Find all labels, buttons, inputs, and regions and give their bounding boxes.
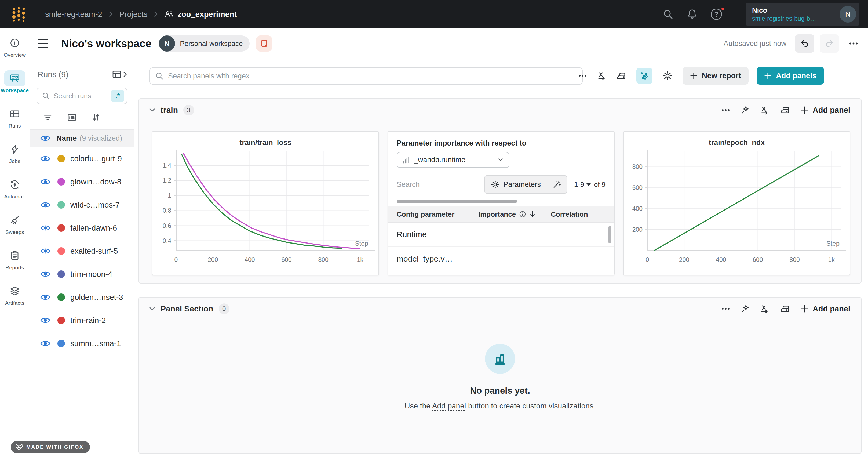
plus-icon (800, 305, 808, 313)
metric-select-dropdown[interactable]: _wandb.runtime (397, 152, 509, 168)
horizontal-scrollbar-thumb[interactable] (397, 200, 517, 203)
run-row[interactable]: exalted-surf-5 (30, 239, 134, 263)
chevron-down-icon[interactable] (149, 305, 156, 312)
pagination-range: 1-9 (574, 180, 584, 189)
svg-text:200: 200 (632, 226, 643, 233)
panel-parameter-importance[interactable]: Parameter importance with respect to _wa… (388, 131, 615, 276)
add-panel-button[interactable]: Add panel (800, 304, 850, 313)
visibility-eye-icon[interactable] (40, 178, 51, 185)
visibility-eye-icon[interactable] (40, 155, 51, 163)
undo-button[interactable] (795, 34, 814, 53)
smoothing-iron-icon[interactable] (780, 106, 789, 115)
run-row[interactable]: golden…nset-3 (30, 286, 134, 309)
search-icon[interactable] (662, 8, 674, 20)
group-list-icon[interactable] (67, 113, 77, 122)
section-title[interactable]: train (160, 106, 178, 115)
smoothing-iron-icon[interactable] (617, 71, 626, 80)
magic-wand-button[interactable] (547, 176, 566, 193)
col-config-parameter[interactable]: Config parameter (397, 210, 478, 219)
x-axis-settings-icon[interactable] (760, 106, 769, 115)
visibility-eye-icon[interactable] (40, 247, 51, 255)
menu-hamburger-icon[interactable] (38, 39, 48, 48)
visibility-eye-icon[interactable] (40, 293, 51, 301)
user-menu[interactable]: Nico smle-registries-bug-b… N (746, 3, 860, 26)
user-org-link[interactable]: smle-registries-bug-b… (752, 14, 838, 23)
chevron-down-icon (498, 157, 503, 163)
visibility-eye-icon[interactable] (40, 224, 51, 232)
panels-search-input[interactable] (168, 72, 577, 80)
breadcrumb-team[interactable]: smle-reg-team-2 (45, 10, 102, 19)
panel-train-loss[interactable]: train/train_loss 0.40.60.811.21.40200400… (152, 131, 379, 276)
panel-cards: train/train_loss 0.40.60.811.21.40200400… (152, 131, 850, 276)
section-overflow-menu[interactable] (721, 109, 730, 111)
caret-down-icon (586, 183, 591, 186)
sidebar-item-sweeps[interactable]: Sweeps (0, 212, 30, 248)
x-axis-settings-icon[interactable] (760, 304, 769, 313)
col-importance[interactable]: Importance (478, 210, 551, 219)
panel-epoch-ndx[interactable]: train/epoch_ndx 200400600800020040060080… (623, 131, 850, 276)
sidebar-item-jobs[interactable]: Jobs (0, 141, 30, 177)
personal-workspace-badge[interactable]: N Personal workspace (159, 35, 250, 52)
smoothing-iron-icon[interactable] (780, 304, 789, 313)
run-color-dot (57, 178, 65, 185)
header-overflow-menu[interactable] (849, 42, 858, 45)
sort-icon[interactable] (91, 113, 101, 122)
visibility-eye-icon[interactable] (40, 317, 51, 324)
x-axis-settings-icon[interactable] (597, 71, 606, 80)
sidebar-item-artifacts[interactable]: Artifacts (0, 283, 30, 318)
parameters-button[interactable]: Parameters (485, 176, 547, 193)
sidebar-item-workspace[interactable]: Workspace (0, 70, 30, 106)
svg-text:0.4: 0.4 (163, 237, 171, 244)
pin-section-icon[interactable] (741, 106, 749, 114)
avatar[interactable]: N (840, 6, 856, 23)
run-row[interactable]: summ…sma-1 (30, 332, 134, 355)
toolbar-overflow-menu[interactable] (579, 75, 587, 77)
run-row[interactable]: wild-c…mos-7 (30, 193, 134, 216)
sidebar-item-automations[interactable]: Automat. (0, 177, 30, 212)
run-row[interactable]: colorfu…gurt-9 (30, 147, 134, 170)
add-panel-button[interactable]: Add panel (800, 106, 850, 115)
add-panels-button[interactable]: Add panels (756, 67, 824, 85)
expand-runs-table-button[interactable] (112, 70, 127, 79)
add-panel-link[interactable]: Add panel (432, 402, 466, 410)
section-title[interactable]: Panel Section (160, 304, 213, 313)
pin-section-icon[interactable] (741, 304, 749, 313)
notifications-bell-icon[interactable] (687, 8, 698, 20)
run-row[interactable]: trim-rain-2 (30, 309, 134, 332)
chevron-down-icon[interactable] (149, 107, 156, 114)
vertical-scrollbar-thumb[interactable] (608, 226, 612, 243)
run-row[interactable]: fallen-dawn-6 (30, 216, 134, 239)
scatter-settings-active[interactable] (637, 68, 652, 84)
run-row[interactable]: trim-moon-4 (30, 263, 134, 286)
section-overflow-menu[interactable] (721, 308, 730, 310)
breadcrumb-projects[interactable]: Projects (119, 10, 148, 19)
col-correlation[interactable]: Correlation (551, 210, 606, 219)
param-search-input[interactable]: Search (397, 180, 485, 189)
workspace-owner-avatar: N (159, 35, 175, 52)
help-button[interactable]: ? (711, 8, 722, 20)
table-row[interactable]: model_type.v… (388, 247, 614, 271)
clear-workspace-button[interactable] (256, 35, 272, 52)
visibility-eye-icon[interactable] (40, 135, 51, 142)
breadcrumb-project-label: zoo_experiment (178, 10, 237, 19)
runs-search-input[interactable] (54, 92, 111, 100)
visibility-eye-icon[interactable] (40, 201, 51, 209)
sidebar-item-overview[interactable]: Overview (0, 35, 30, 70)
main-content: New report Add panels train 3 (134, 59, 868, 464)
visibility-eye-icon[interactable] (40, 340, 51, 347)
redo-button[interactable] (820, 34, 839, 53)
table-row[interactable]: Runtime (388, 223, 614, 247)
visibility-eye-icon[interactable] (40, 270, 51, 278)
run-row[interactable]: glowin…dow-8 (30, 170, 134, 193)
sidebar-item-reports[interactable]: Reports (0, 248, 30, 283)
regex-toggle[interactable]: .* (111, 90, 124, 102)
wandb-logo-icon[interactable] (11, 6, 27, 22)
svg-text:0: 0 (175, 256, 178, 263)
runs-name-column-header[interactable]: Name (56, 134, 77, 143)
pagination-range-dropdown[interactable]: 1-9 (574, 180, 591, 189)
sidebar-item-runs[interactable]: Runs (0, 106, 30, 141)
breadcrumb-project[interactable]: zoo_experiment (164, 10, 237, 19)
new-report-button[interactable]: New report (683, 67, 749, 85)
filter-funnel-icon[interactable] (43, 113, 53, 122)
settings-gear-icon[interactable] (663, 71, 672, 81)
